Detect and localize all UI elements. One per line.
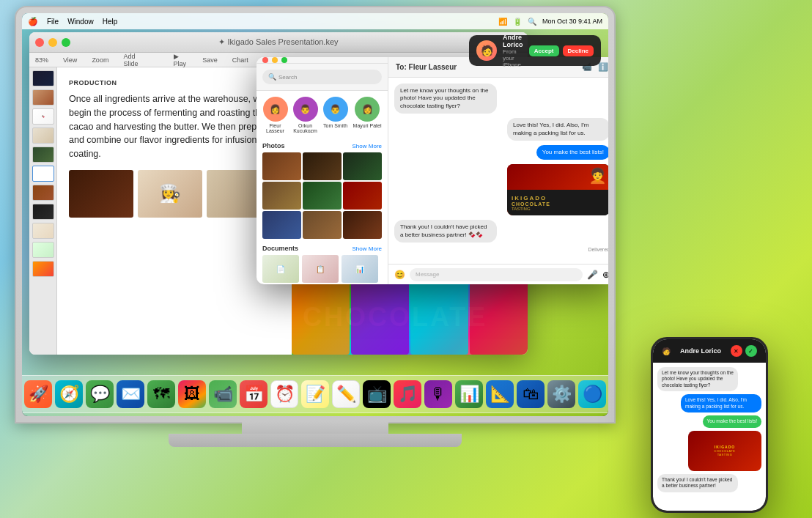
messages-search-area: 🔍 Search [256,64,388,91]
menu-help[interactable]: Help [103,18,118,26]
message-placeholder: Message [416,271,439,278]
apps-button[interactable]: ⊕ [602,270,608,280]
info-icon[interactable]: ℹ️ [598,62,608,72]
toolbar-save[interactable]: Save [202,56,218,64]
iphone-msg-1: Let me know your thoughts on the photo! … [657,367,738,391]
photo-thumb-1[interactable] [262,152,301,180]
iphone-end-call[interactable]: ✕ [731,345,742,357]
photo-thumb-8[interactable] [303,211,342,239]
contact-avatar-orkun: 👨 [293,97,318,122]
dock-icon-launchpad[interactable]: 🚀 [24,380,52,408]
dock-icon-reminders[interactable]: ⏰ [270,380,298,408]
slide-thumb-2[interactable] [32,89,54,106]
docs-label: Documents [262,245,298,252]
emoji-button[interactable]: 😊 [394,270,405,280]
message-bubble-2: Love this! Yes, I did. Also, I'm making … [507,118,608,141]
messages-close[interactable] [262,57,268,63]
photo-thumb-6[interactable] [343,182,382,210]
toolbar-view[interactable]: View [63,56,77,64]
iphone-call-buttons: ✕ ✓ [731,345,757,357]
slide-thumb-1[interactable] [32,70,54,86]
photo-thumb-9[interactable] [343,211,382,239]
conversation-to: To: Fleur Lasseur [396,63,457,71]
dock-icon-podcasts[interactable]: 🎙 [424,380,452,408]
toolbar-zoom-menu[interactable]: Zoom [92,56,108,64]
photo-thumb-3[interactable] [343,152,382,180]
message-bubble-1: Let me know your thoughts on the photo! … [394,84,497,114]
dock-icon-messages[interactable]: 💬 [86,380,114,408]
slide-thumb-9[interactable] [32,223,54,239]
iphone-msg-4: Thank you! I couldn't have picked a bett… [657,474,738,492]
keynote-image-chocolate [69,170,133,218]
toolbar-play[interactable]: ▶ Play [174,53,188,67]
slide-thumb-3[interactable]: 🍫 [32,108,54,125]
slide-thumb-11[interactable] [32,261,54,277]
contact-mayuri[interactable]: 👩 Mayuri Patel [353,97,382,133]
dock-icon-screensaver[interactable]: 🔵 [578,380,606,408]
messages-input-bar: 😊 Message 🎤 ⊕ [388,264,608,284]
toolbar-chart[interactable]: Chart [232,56,248,64]
menu-file[interactable]: File [47,18,59,26]
message-input-field[interactable]: Message [410,268,583,281]
dock-icon-music[interactable]: 🎵 [394,380,421,408]
doc-thumb-3[interactable]: 📊 [342,255,378,283]
minimize-button[interactable] [48,38,57,47]
slide-thumb-8[interactable] [32,204,54,220]
accept-call-button[interactable]: Accept [529,45,559,56]
dock-icon-numbers[interactable]: 📊 [455,380,483,408]
toolbar-add-slide[interactable]: Add Slide [123,53,144,67]
menu-window[interactable]: Window [67,18,94,26]
docs-row: 📄 📋 📊 [262,255,382,283]
dock-icon-systemprefs[interactable]: ⚙️ [547,380,575,408]
dock-icon-freeform[interactable]: ✏️ [332,380,360,408]
docs-show-more[interactable]: Show More [353,245,382,252]
dock-icon-calendar[interactable]: 📅 [240,380,267,408]
dock-icon-notes[interactable]: 📝 [301,380,329,408]
contact-tom[interactable]: 👨 Tom Smith [323,97,348,133]
message-bubble-3: You make the best lists! [536,145,608,160]
monitor: 🍎 File Window Help 📶 🔋 🔍 Mon Oct 30 9:41… [15,6,616,423]
dock-icon-maps[interactable]: 🗺 [147,380,175,408]
slide-thumb-5[interactable] [32,147,54,163]
slide-thumb-4[interactable] [32,127,54,144]
close-button[interactable] [35,38,44,47]
photos-show-more[interactable]: Show More [353,143,382,149]
dock-icon-facetime[interactable]: 📹 [209,380,237,408]
dock-icon-mail[interactable]: ✉️ [117,380,144,408]
slide-thumb-6[interactable] [32,166,54,182]
search-input[interactable]: 🔍 Search [262,70,382,84]
contact-avatar-tom: 👨 [323,97,348,122]
photos-section: Photos Show More [256,139,388,242]
caller-source: From your iPhone [503,48,523,68]
photo-thumb-5[interactable] [303,182,342,210]
doc-thumb-1[interactable]: 📄 [262,255,299,283]
iphone-msg-3: You make the best lists! [703,415,761,427]
dock-icon-keynote[interactable]: 📐 [486,380,514,408]
datetime: Mon Oct 30 9:41 AM [542,18,602,25]
dock-icon-safari[interactable]: 🧭 [55,380,83,408]
toolbar-zoom[interactable]: 83% [35,56,48,64]
slide-thumb-10[interactable] [32,242,54,258]
photo-thumb-2[interactable] [303,152,342,180]
contact-fleur[interactable]: 👩 FleurLasseur [263,97,288,133]
slide-thumb-7[interactable] [32,185,54,201]
dock-icon-appstore[interactable]: 🛍 [517,380,545,408]
search-icon[interactable]: 🔍 [528,18,536,26]
contact-avatar-fleur: 👩 [263,97,288,122]
doc-thumb-2[interactable]: 📋 [302,255,339,283]
iphone-answer-call[interactable]: ✓ [745,345,757,357]
dock-icon-appletv[interactable]: 📺 [363,380,391,408]
apple-menu[interactable]: 🍎 [28,17,38,26]
dock-icon-photos[interactable]: 🖼 [178,380,206,408]
photo-thumb-4[interactable] [262,182,301,210]
maximize-button[interactable] [62,38,70,47]
send-audio-button[interactable]: 🎤 [587,270,598,280]
photos-label: Photos [262,142,285,149]
contact-avatar-mayuri: 👩 [355,97,380,122]
decline-call-button[interactable]: Decline [563,45,594,56]
contact-orkun[interactable]: 👨 OrkunKucukozm [293,97,318,133]
photo-thumb-7[interactable] [262,211,301,239]
messages-maximize[interactable] [281,57,287,63]
messages-minimize[interactable] [272,57,278,63]
iphone-caller-name: Andre Lorico [680,347,721,355]
